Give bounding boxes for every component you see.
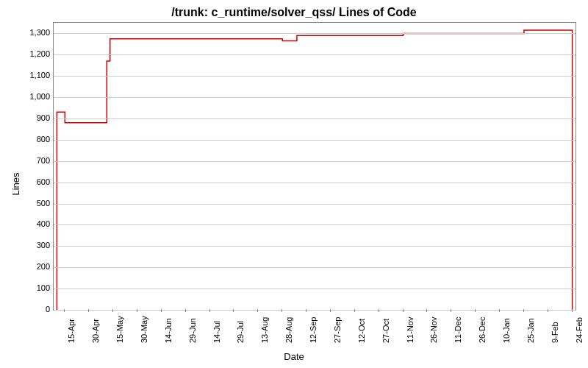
x-tick-mark	[548, 309, 548, 312]
x-tick-mark	[499, 309, 500, 312]
x-tick-mark	[379, 309, 379, 312]
x-tick-mark	[282, 309, 282, 312]
x-tick-label: 25-Jan	[526, 318, 535, 343]
x-tick-mark	[523, 309, 524, 312]
gridline	[54, 183, 576, 183]
y-tick-label: 0	[13, 305, 50, 314]
x-tick-label: 26-Dec	[478, 317, 487, 343]
y-tick-label: 400	[13, 219, 50, 228]
gridline	[54, 267, 576, 268]
x-tick-mark	[354, 309, 355, 312]
x-tick-mark	[403, 309, 404, 312]
x-tick-label: 13-Aug	[260, 317, 269, 343]
x-tick-mark	[257, 309, 258, 312]
gridline	[54, 76, 576, 77]
x-tick-mark	[64, 309, 65, 312]
gridline	[54, 33, 576, 34]
gridline	[54, 310, 576, 311]
x-axis-label: Date	[0, 351, 588, 362]
x-tick-mark	[185, 309, 186, 312]
chart-container: /trunk: c_runtime/solver_qss/ Lines of C…	[0, 0, 588, 368]
y-tick-label: 1,100	[13, 71, 50, 79]
x-tick-label: 28-Aug	[284, 317, 293, 343]
x-tick-mark	[306, 309, 306, 312]
x-tick-mark	[572, 309, 573, 312]
y-tick-label: 500	[13, 199, 50, 208]
gridline	[54, 161, 576, 162]
gridline	[54, 118, 576, 119]
x-tick-label: 15-May	[115, 316, 124, 343]
x-tick-label: 30-May	[140, 316, 148, 343]
gridline	[54, 224, 576, 225]
y-tick-label: 1,000	[13, 92, 50, 101]
y-tick-label: 900	[13, 113, 50, 122]
gridline	[54, 54, 576, 55]
plot-area	[53, 22, 576, 311]
x-tick-mark	[209, 309, 210, 312]
x-tick-label: 11-Dec	[453, 317, 462, 343]
x-tick-label: 27-Sep	[333, 317, 342, 343]
chart-title: /trunk: c_runtime/solver_qss/ Lines of C…	[0, 6, 588, 19]
x-tick-mark	[330, 309, 331, 312]
y-tick-label: 1,200	[13, 49, 50, 58]
x-tick-label: 29-Jul	[236, 321, 245, 343]
x-tick-label: 30-Apr	[91, 319, 100, 343]
x-tick-label: 12-Sep	[309, 317, 318, 343]
x-tick-label: 14-Jun	[164, 318, 173, 343]
y-tick-label: 300	[13, 241, 50, 250]
gridline	[54, 140, 576, 141]
x-tick-label: 26-Nov	[429, 317, 438, 343]
y-tick-label: 700	[13, 156, 50, 165]
x-tick-mark	[161, 309, 162, 312]
x-tick-mark	[137, 309, 137, 312]
x-tick-mark	[233, 309, 234, 312]
gridline	[54, 204, 576, 205]
x-tick-label: 10-Jan	[502, 318, 511, 343]
x-tick-label: 12-Oct	[357, 319, 366, 343]
x-tick-label: 9-Feb	[551, 322, 559, 343]
gridline	[54, 246, 576, 247]
gridline	[54, 97, 576, 98]
y-tick-label: 1,300	[13, 28, 50, 37]
y-tick-label: 600	[13, 177, 50, 186]
x-tick-label: 15-Apr	[67, 319, 76, 343]
gridline	[54, 289, 576, 289]
x-tick-mark	[475, 309, 476, 312]
y-tick-label: 200	[13, 262, 50, 271]
x-tick-label: 24-Feb	[575, 317, 584, 343]
x-tick-mark	[426, 309, 427, 312]
x-tick-label: 29-Jun	[188, 318, 197, 343]
x-tick-label: 11-Nov	[406, 317, 415, 343]
x-tick-mark	[451, 309, 451, 312]
x-tick-mark	[88, 309, 89, 312]
x-tick-label: 14-Jul	[212, 321, 221, 343]
y-tick-label: 800	[13, 135, 50, 144]
x-tick-label: 27-Oct	[381, 319, 390, 343]
x-tick-mark	[112, 309, 113, 312]
y-tick-label: 100	[13, 283, 50, 292]
